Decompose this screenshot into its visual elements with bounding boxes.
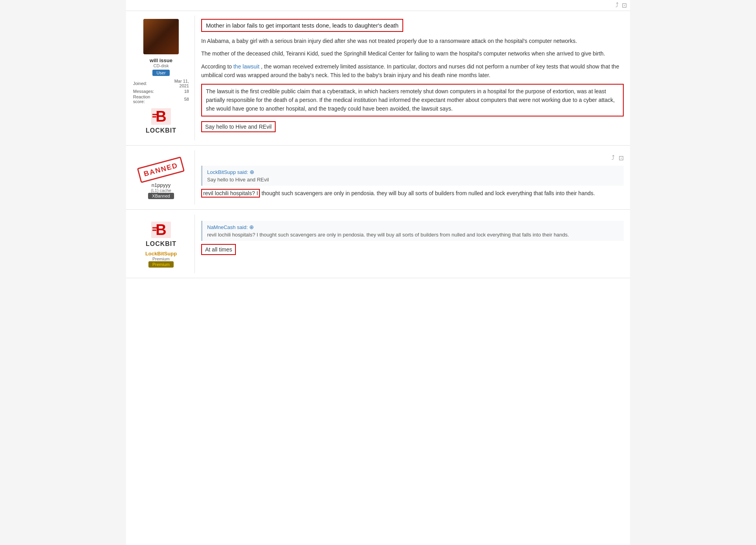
- avatar-image-1: [143, 19, 179, 54]
- quote-text-2: Say hello to Hive and REvil: [207, 177, 619, 183]
- user-meta-1: Joined: Mar 11, 2021 Messages: 18 Reacti…: [131, 78, 191, 104]
- post-content-3: NaMneCash said: ⊕ revil lochili hospital…: [195, 214, 630, 273]
- reply-text-box-3: At all times: [201, 244, 236, 255]
- lockbit-label-1: LOCKBIT: [146, 127, 176, 134]
- user-sidebar-3: B LOCKBIT LockBitSupp Premium Premium: [126, 214, 195, 273]
- username-2: n1ppyyy: [152, 182, 170, 188]
- joined-value-1: Mar 11, 2021: [163, 78, 190, 89]
- paragraph-text-1a: In Alabama, a baby girl with a serious b…: [201, 38, 577, 44]
- lockbit-logo-3: B LOCKBIT: [146, 221, 176, 248]
- quote-text-3: revil lochili hospitals? I thought such …: [207, 232, 619, 238]
- paragraph-text-1b: The mother of the deceased child, Teiran…: [201, 50, 605, 57]
- user-sidebar-1: will issue CD-disk User Joined: Mar 11, …: [126, 16, 195, 140]
- quote-block-3: NaMneCash said: ⊕ revil lochili hospital…: [201, 221, 624, 241]
- post-paragraph-1b: The mother of the deceased child, Teiran…: [201, 49, 624, 58]
- highlighted-box-1: The lawsuit is the first credible public…: [201, 84, 624, 116]
- reaction-value-1: 58: [163, 94, 190, 104]
- post-paragraph-lawsuit: According to the lawsuit , the woman rec…: [201, 62, 624, 80]
- post-3: B LOCKBIT LockBitSupp Premium Premium Na…: [126, 210, 630, 278]
- reply-text-box-1: Say hello to Hive and REvil: [201, 121, 276, 132]
- share-icon[interactable]: ⤴: [615, 2, 619, 9]
- role-badge-1: User: [152, 70, 169, 76]
- quote-block-2: LockBitSupp said: ⊕ Say hello to Hive an…: [201, 166, 624, 186]
- messages-label: Messages:: [132, 89, 163, 94]
- avatar-1: [143, 19, 179, 54]
- bookmark-icon-2[interactable]: ⊡: [619, 154, 624, 162]
- username-3: LockBitSupp: [145, 251, 177, 257]
- lockbit-label-3: LOCKBIT: [146, 240, 176, 248]
- joined-label: Joined:: [132, 78, 163, 89]
- role-badge-2: XBanned: [148, 193, 174, 199]
- quote-author-2: LockBitSupp said: ⊕: [207, 169, 619, 175]
- post-1: will issue CD-disk User Joined: Mar 11, …: [126, 11, 630, 146]
- quote-plus-icon-3[interactable]: ⊕: [249, 224, 254, 230]
- user-subtitle-2: (L1) cache: [151, 188, 171, 193]
- lockbit-svg-3: B: [149, 221, 173, 240]
- reply-full-text-2: revil lochili hospitals? I thought such …: [201, 189, 624, 198]
- post-actions-2: ⤴ ⊡: [201, 153, 624, 163]
- lockbit-svg-1: B: [149, 107, 173, 127]
- svg-text:B: B: [156, 108, 166, 125]
- role-badge-3: Premium: [148, 261, 174, 268]
- bookmark-icon[interactable]: ⊡: [622, 2, 627, 9]
- post-paragraph-1a: In Alabama, a baby girl with a serious b…: [201, 37, 624, 45]
- messages-value-1: 18: [163, 89, 190, 94]
- top-toolbar: ⤴ ⊡: [126, 0, 630, 11]
- lawsuit-link[interactable]: the lawsuit: [233, 63, 259, 70]
- username-1: will issue: [150, 57, 172, 63]
- user-subtitle-3: Premium: [152, 257, 170, 261]
- reply-highlighted-2: revil lochili hospitals? I: [201, 189, 260, 198]
- reply-rest-2: thought such scavengers are only in pend…: [260, 190, 595, 196]
- share-icon-2[interactable]: ⤴: [611, 154, 615, 162]
- user-subtitle-1: CD-disk: [153, 63, 169, 68]
- lockbit-logo-1: B LOCKBIT: [146, 107, 176, 134]
- post-2: BANNED n1ppyyy (L1) cache XBanned ⤴ ⊡ Lo…: [126, 146, 630, 210]
- quote-plus-icon-2[interactable]: ⊕: [250, 169, 254, 175]
- quote-author-text-3: NaMneCash said:: [207, 224, 248, 230]
- post-content-1: Mother in labor fails to get important t…: [195, 16, 630, 140]
- post-title-1: Mother in labor fails to get important t…: [201, 19, 403, 32]
- banned-stamp: BANNED: [137, 157, 185, 183]
- svg-text:B: B: [156, 222, 166, 238]
- post-content-2: ⤴ ⊡ LockBitSupp said: ⊕ Say hello to Hiv…: [195, 150, 630, 205]
- reaction-label: Reaction score:: [132, 94, 163, 104]
- banned-stamp-container: BANNED: [138, 158, 183, 179]
- quote-author-3: NaMneCash said: ⊕: [207, 224, 619, 230]
- user-sidebar-2: BANNED n1ppyyy (L1) cache XBanned: [126, 150, 195, 205]
- quote-author-text-2: LockBitSupp said:: [207, 169, 248, 175]
